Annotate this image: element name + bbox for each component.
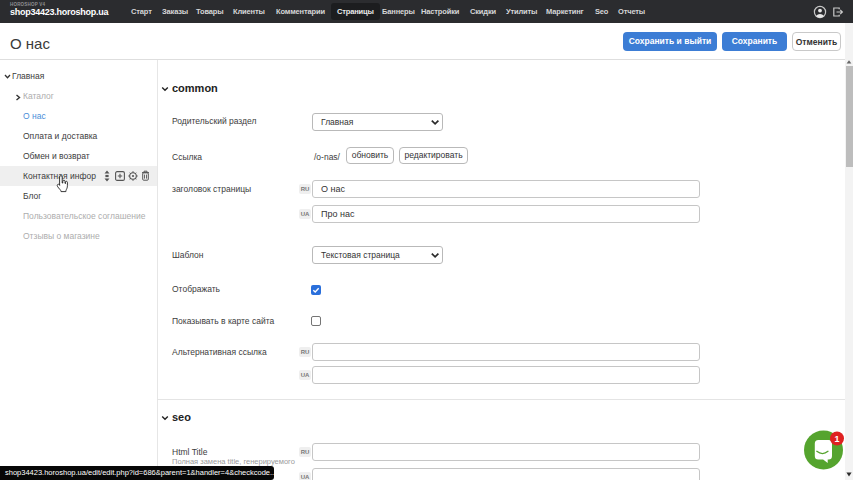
svg-text:1: 1 — [834, 434, 839, 444]
